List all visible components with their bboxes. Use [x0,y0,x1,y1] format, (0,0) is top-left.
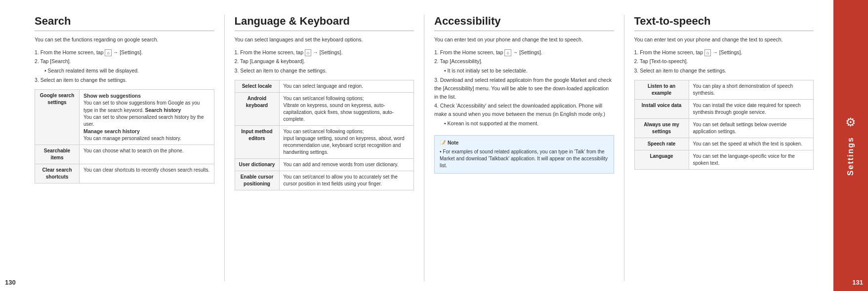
tts-step-1: 1. From the Home screen, tap ⌂ → [Settin… [634,48,814,57]
table-row: Androidkeyboard You can set/cancel follo… [235,93,414,126]
table-row: Language You can set the language-specif… [634,150,814,170]
table-row: User dictionary You can add and remove w… [235,159,414,171]
tts-row5-label: Language [634,150,689,170]
table-row: Select locale You can select language an… [235,80,414,93]
table-row: Enable cursorpositioning You can set/can… [235,171,414,190]
table-row: Install voice data You can install the v… [634,100,814,119]
lang-row2-desc: You can set/cancel following options;Vib… [279,93,414,126]
lang-row1-desc: You can select language and region. [279,80,414,93]
search-row1-desc: Show web suggestions You can set to show… [80,89,214,145]
acc-step-3: 3. Download and select related applicato… [434,76,614,101]
accessibility-intro: You can enter text on your phone and cha… [434,36,614,43]
tts-row3-label: Always use mysettings [634,119,689,138]
search-row3-desc: You can clear shortcuts to recently chos… [80,164,214,183]
acc-step-2: 2. Tap [Accessibility]. [434,57,614,66]
table-row: Speech rate You can set the speed at whi… [634,138,814,150]
tts-steps: 1. From the Home screen, tap ⌂ → [Settin… [634,48,814,75]
search-bullet-1: • Search realated items will be displaye… [44,67,214,75]
lang-row3-desc: You can set/cancel following options;inp… [279,126,414,159]
page-number-left: 130 [0,0,30,291]
tts-intro: You can enter text on your phone and cha… [634,36,814,43]
tts-table: Listen to an example You can play a shor… [634,80,814,170]
tts-title: Text-to-speech [634,15,814,31]
lang-row4-label: User dictionary [235,159,279,171]
settings-gear-icon: ⚙ [845,115,856,129]
lang-row2-label: Androidkeyboard [235,93,279,126]
note-header: 📝 Note [440,140,609,146]
table-row: Searchable items You can choose what to … [35,145,214,164]
acc-bullet-1: • It is not initialy set to be selectabl… [444,67,614,75]
show-web-label: Show web suggestions [83,93,141,99]
language-table: Select locale You can select language an… [235,80,414,190]
acc-step-4: 4. Check 'Accessibility' and select the … [434,102,614,118]
language-step-1: 1. From the Home screen, tap ⌂ → [Settin… [235,48,414,57]
section-language: Language & Keyboard You can select langu… [225,15,425,281]
table-row: Input methodeditors You can set/cancel f… [235,126,414,159]
table-row: Listen to an example You can play a shor… [634,80,814,100]
acc-step-1: 1. From the Home screen, tap ⌂ → [Settin… [434,48,614,57]
search-steps: 1. From the Home screen, tap ⌂ → [Settin… [35,48,214,84]
search-intro: You can set the functions regarding on g… [35,36,214,43]
sidebar: ⚙ Settings 131 [833,0,868,291]
table-row: Google searchsettings Show web suggestio… [35,89,214,145]
search-step-2: 2. Tap [Search]. [35,57,214,66]
tts-row4-label: Speech rate [634,138,689,150]
search-row1-label: Google searchsettings [35,89,80,145]
search-row3-label: Clear searchshortcuts [35,164,80,183]
note-icon: 📝 [440,140,446,146]
lang-row5-desc: You can set/cancel to allow you to accur… [279,171,414,190]
lang-row3-label: Input methodeditors [235,126,279,159]
section-accessibility: Accessibility You can enter text on your… [424,15,624,281]
note-title: Note [448,140,458,146]
lang-row4-desc: You can add and remove words from user d… [279,159,414,171]
language-intro: You can select languages and set the key… [235,36,414,43]
accessibility-note: 📝 Note • For examples of sound related a… [434,135,614,174]
tts-row1-label: Listen to an example [634,80,689,100]
table-row: Always use mysettings You can set defaul… [634,119,814,138]
search-title: Search [35,15,214,31]
language-step-2: 2. Tap [Language & keyboard]. [235,57,414,66]
tts-row3-desc: You can set default settings below overr… [689,119,814,138]
search-step-3: 3. Select an item to change the settings… [35,76,214,84]
tts-row1-desc: You can play a short demonstration of sp… [689,80,814,100]
tts-row2-label: Install voice data [634,100,689,119]
search-history-label: Search history [145,107,181,113]
search-row2-label: Searchable items [35,145,80,164]
section-tts: Text-to-speech You can enter text on you… [624,15,824,281]
tts-step-2: 2. Tap [Text-to-speech]. [634,57,814,66]
sidebar-label: Settings [846,137,855,176]
manage-history-label: Manage search history [83,128,140,134]
lang-row1-label: Select locale [235,80,279,93]
lang-row5-label: Enable cursorpositioning [235,171,279,190]
page-number-right: 131 [852,279,863,286]
section-search: Search You can set the functions regardi… [35,15,225,281]
acc-bullet-2: • Korean is not supported at the moment. [444,119,614,128]
main-content: Search You can set the functions regardi… [30,0,833,291]
language-title: Language & Keyboard [235,15,414,31]
search-table: Google searchsettings Show web suggestio… [35,89,214,183]
language-steps: 1. From the Home screen, tap ⌂ → [Settin… [235,48,414,75]
tts-row4-desc: You can set the speed at which the text … [689,138,814,150]
table-row: Clear searchshortcuts You can clear shor… [35,164,214,183]
search-step-1: 1. From the Home screen, tap ⌂ → [Settin… [35,48,214,57]
language-step-3: 3. Select an item to change the settings… [235,67,414,75]
tts-row2-desc: You can install the voice date required … [689,100,814,119]
accessibility-title: Accessibility [434,15,614,31]
accessibility-steps: 1. From the Home screen, tap ⌂ → [Settin… [434,48,614,128]
tts-step-3: 3. Select an item to change the settings… [634,67,814,75]
tts-row5-desc: You can set the language-specific voice … [689,150,814,170]
note-text: • For examples of sound related applicat… [440,148,609,169]
search-row2-desc: You can choose what to search on the pho… [80,145,214,164]
